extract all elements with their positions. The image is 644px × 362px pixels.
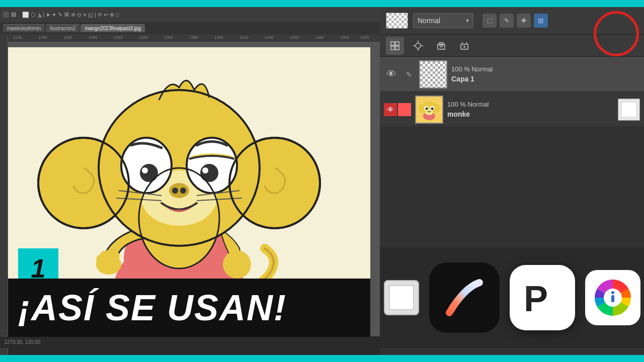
- teal-bar-bottom: [0, 355, 644, 362]
- ruler-vertical: [0, 34, 8, 355]
- layer-visibility-eye-1[interactable]: 👁: [384, 67, 399, 82]
- blend-mode-label: Normal: [418, 17, 440, 25]
- panel-icon-add[interactable]: [455, 37, 473, 55]
- tab-ilustracion[interactable]: Ilustración2: [46, 24, 79, 32]
- iprofiler-icon[interactable]: [585, 270, 640, 325]
- title-banner: ¡ASÍ SE USAN!: [8, 279, 370, 337]
- illustration-canvas: 1 ¡ASÍ SE USAN!: [8, 47, 370, 343]
- tab-mango[interactable]: mango2023finalpast3.jpg: [80, 24, 145, 32]
- panel-icon-3[interactable]: [432, 37, 450, 55]
- layer-item-monke[interactable]: 👁: [380, 92, 644, 127]
- svg-point-39: [416, 43, 421, 48]
- layer-visibility-red[interactable]: 👁: [384, 103, 397, 116]
- layer-red-icons: 👁: [384, 103, 411, 116]
- layer-2-percent: 100 % Normal: [447, 101, 614, 108]
- blend-mode-dropdown[interactable]: Normal ▾: [413, 13, 473, 28]
- p-logo: P: [520, 275, 565, 320]
- svg-point-63: [430, 111, 431, 112]
- menu-icon[interactable]: [3, 12, 9, 18]
- svg-rect-35: [391, 42, 394, 45]
- layer-1-percent: 100 % Normal: [451, 65, 640, 73]
- toolbar-items: ⬜ ⬡ ◮ | ➤ ✦ ✎ ⌘ ≋ ⊙ ≡ ◱ | ⟳ ↩ ⊕ □: [22, 12, 119, 18]
- lock-position-icon[interactable]: ✥: [517, 14, 531, 28]
- right-panel: Normal ▾ ⬚ ✎ ✥ ⊞: [380, 7, 644, 355]
- layer-2-name: monke: [447, 110, 614, 118]
- lock-transparent-icon[interactable]: ⬚: [482, 14, 497, 28]
- layer-item-capa1[interactable]: 👁 ✎ 100 % Normal Capa 1: [380, 57, 644, 92]
- tab-mastro[interactable]: mastroioshimin: [3, 24, 45, 32]
- svg-point-60: [431, 107, 434, 110]
- canvas-area[interactable]: 1 ¡ASÍ SE USAN!: [8, 42, 380, 343]
- svg-rect-65: [621, 102, 636, 117]
- svg-point-25: [172, 188, 178, 194]
- lock-icons-row: ⬚ ✎ ✥ ⊞: [482, 14, 548, 28]
- layers-header: Normal ▾ ⬚ ✎ ✥ ⊞: [380, 7, 644, 35]
- svg-point-23: [202, 167, 208, 173]
- svg-point-19: [142, 167, 148, 173]
- layer-small-preview: [618, 99, 640, 121]
- svg-rect-37: [391, 46, 394, 50]
- status-coords: 1270.30, 120.00: [4, 339, 40, 345]
- svg-point-22: [200, 164, 218, 182]
- chevron-down-icon: ▾: [466, 17, 469, 24]
- panel-icon-2[interactable]: [409, 37, 427, 55]
- layer-thumb-2: [415, 96, 443, 124]
- title-text: ¡ASÍ SE USAN!: [18, 287, 287, 328]
- svg-point-9: [110, 251, 120, 261]
- teal-bar-top: [0, 0, 644, 7]
- svg-point-26: [180, 188, 186, 194]
- layer-info-1: 100 % Normal Capa 1: [451, 65, 640, 83]
- left-panel: ▤ ⬜ ⬡ ◮ | ➤ ✦ ✎ ⌘ ≋ ⊙ ≡ ◱ | ⟳ ↩ ⊕ □ mast…: [0, 7, 380, 355]
- layer-preview-icon[interactable]: [384, 280, 419, 315]
- status-bar: 1270.30, 120.00: [0, 336, 380, 348]
- svg-point-62: [428, 111, 429, 112]
- layer-1-name: Capa 1: [451, 75, 640, 83]
- layers-icons-row2: [380, 35, 644, 57]
- layer-red-square: [398, 103, 411, 116]
- lock-image-icon[interactable]: ✎: [500, 14, 514, 28]
- svg-point-69: [611, 291, 614, 294]
- svg-point-18: [140, 164, 158, 182]
- layers-body: 👁 ✎ 100 % Normal Capa 1 👁: [380, 57, 644, 254]
- svg-point-10: [223, 250, 251, 279]
- panel-icon-1[interactable]: [386, 37, 404, 55]
- toolbar-icon-1[interactable]: ▤: [11, 11, 20, 18]
- layer-thumb-1: [419, 60, 447, 88]
- svg-text:P: P: [524, 279, 548, 319]
- apps-section: Ps: [380, 247, 644, 348]
- ruler-horizontal: 1240 1260 1280 1300 1320 1340 1360 1380 …: [8, 34, 380, 42]
- software-toolbar: ▤ ⬜ ⬡ ◮ | ➤ ✦ ✎ ⌘ ≋ ⊙ ≡ ◱ | ⟳ ↩ ⊕ □: [0, 7, 380, 22]
- svg-rect-38: [395, 46, 399, 50]
- svg-point-61: [425, 109, 433, 115]
- p-app-icon[interactable]: P: [510, 265, 575, 330]
- layer-mode-preview[interactable]: [386, 13, 408, 29]
- tab-bar: mastroioshimin Ilustración2 mango2023fin…: [0, 22, 380, 34]
- layer-info-2: 100 % Normal monke: [447, 101, 614, 118]
- iprofiler-logo: [593, 278, 633, 318]
- svg-rect-36: [395, 42, 399, 45]
- svg-rect-70: [611, 295, 614, 302]
- layer-edit-icon-1[interactable]: ✎: [403, 68, 415, 80]
- procreate-icon[interactable]: [429, 262, 500, 333]
- procreate-logo: [439, 273, 490, 323]
- lock-artboard-icon[interactable]: ⊞: [534, 14, 548, 28]
